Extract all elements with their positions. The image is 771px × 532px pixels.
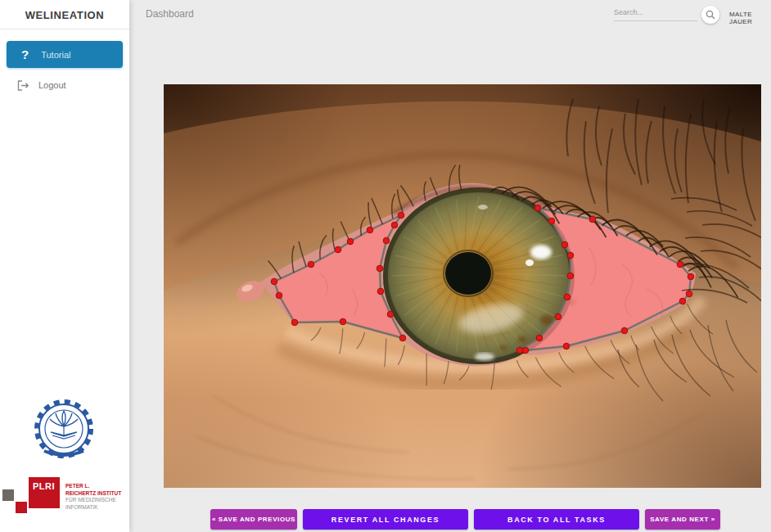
plri-logo-square-red (16, 502, 27, 513)
annotation-point[interactable] (367, 227, 373, 233)
annotation-point[interactable] (589, 216, 596, 223)
plri-line4: INFORMATIK (65, 504, 121, 512)
annotation-point[interactable] (688, 273, 694, 280)
plri-line1: PETER L. (65, 483, 121, 490)
annotation-point[interactable] (516, 347, 523, 354)
annotation-point[interactable] (567, 273, 574, 279)
sidebar-divider (0, 29, 129, 29)
pupil (445, 252, 491, 295)
annotation-point[interactable] (387, 311, 394, 318)
annotation-point[interactable] (561, 241, 568, 248)
annotation-point[interactable] (308, 261, 314, 268)
annotation-point[interactable] (534, 205, 541, 211)
annotation-point[interactable] (398, 212, 404, 219)
eye-annotation-image[interactable] (164, 84, 761, 488)
back-to-all-tasks-button[interactable]: BACK TO ALL TASKS (474, 509, 639, 530)
annotation-point[interactable] (347, 238, 354, 245)
annotation-point[interactable] (536, 335, 543, 341)
user-name: MALTE JAUER (729, 11, 771, 25)
annotation-point[interactable] (621, 327, 628, 334)
search-icon (706, 10, 715, 20)
page-title: Dashboard (146, 8, 194, 20)
annotation-point[interactable] (335, 246, 341, 253)
annotation-point[interactable] (376, 265, 383, 272)
light-reflection (530, 245, 552, 259)
annotation-point[interactable] (377, 288, 384, 295)
plri-line2: REICHERTZ INSTITUT (65, 490, 121, 498)
annotation-point[interactable] (677, 261, 683, 268)
annotation-point[interactable] (399, 335, 406, 341)
revert-all-changes-button[interactable]: REVERT ALL CHANGES (303, 509, 468, 530)
plri-line3: FÜR MEDIZINISCHE (65, 497, 121, 504)
annotation-point[interactable] (391, 222, 398, 228)
plri-logo-text: PETER L. REICHERTZ INSTITUT FÜR MEDIZINI… (65, 483, 121, 511)
annotation-point[interactable] (340, 318, 346, 325)
plri-logo-abbr: PLRI (29, 477, 60, 508)
annotation-point[interactable] (563, 343, 570, 349)
main-area: Dashboard MALTE JAUER (129, 0, 771, 532)
question-mark-icon: ? (21, 47, 29, 61)
annotation-point[interactable] (567, 252, 574, 259)
toolbar: « SAVE AND PREVIOUS REVERT ALL CHANGES B… (210, 509, 720, 530)
sidebar-item-tutorial[interactable]: ? Tutorial (7, 41, 123, 68)
annotation-canvas[interactable] (164, 84, 761, 488)
logout-icon (17, 80, 29, 91)
annotation-point[interactable] (686, 291, 692, 297)
annotation-point[interactable] (522, 347, 529, 354)
plri-logo-square-gray (2, 489, 14, 501)
app-title: WELINEATION (0, 0, 129, 29)
sidebar-item-logout[interactable]: Logout (0, 75, 129, 95)
search-button[interactable] (701, 6, 719, 24)
sidebar-item-label: Tutorial (41, 50, 70, 60)
annotation-point[interactable] (271, 278, 277, 285)
save-and-next-button[interactable]: SAVE AND NEXT » (645, 509, 720, 530)
search-input[interactable] (614, 3, 697, 21)
annotation-point[interactable] (564, 294, 570, 300)
annotation-point[interactable] (383, 237, 390, 244)
sidebar: WELINEATION ? Tutorial Logout PLRI PETER… (0, 0, 129, 532)
annotation-point[interactable] (291, 319, 298, 326)
iitb-emblem-logo (31, 399, 97, 464)
annotation-point[interactable] (548, 218, 555, 224)
save-and-previous-button[interactable]: « SAVE AND PREVIOUS (210, 509, 297, 530)
sidebar-item-label: Logout (38, 80, 66, 90)
annotation-point[interactable] (555, 313, 561, 320)
annotation-point[interactable] (276, 292, 282, 299)
annotation-point[interactable] (679, 298, 686, 304)
